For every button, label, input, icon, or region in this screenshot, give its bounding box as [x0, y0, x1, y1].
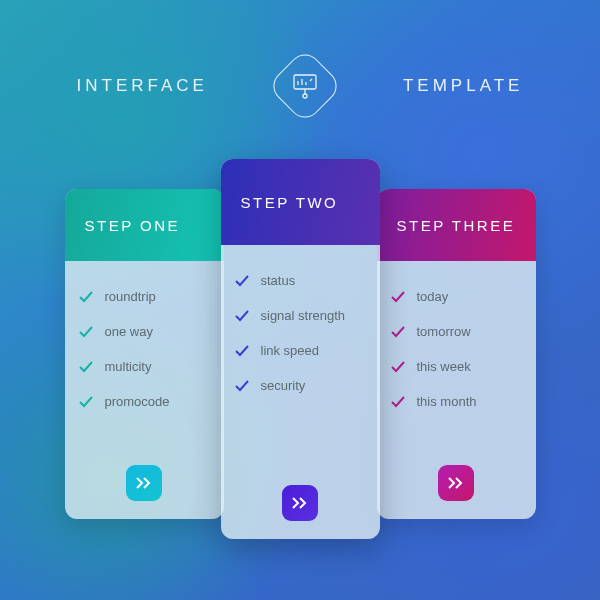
- list-item[interactable]: signal strength: [235, 298, 366, 333]
- double-chevron-right-icon: [291, 496, 309, 510]
- card-title: STEP ONE: [65, 189, 224, 261]
- card-items: roundtrip one way multicity promocode: [65, 261, 224, 449]
- card-row: STEP ONE roundtrip one way multicity pro…: [0, 159, 600, 539]
- next-button[interactable]: [282, 485, 318, 521]
- card-footer: [65, 449, 224, 519]
- list-item[interactable]: multicity: [79, 349, 210, 384]
- header-left-word: INTERFACE: [77, 76, 208, 96]
- item-label: roundtrip: [105, 289, 156, 304]
- item-label: this month: [417, 394, 477, 409]
- list-item[interactable]: this month: [391, 384, 522, 419]
- header: INTERFACE TEMPLATE: [0, 0, 600, 123]
- next-button[interactable]: [438, 465, 474, 501]
- card-title: STEP TWO: [221, 159, 380, 245]
- svg-point-6: [303, 94, 307, 98]
- item-label: this week: [417, 359, 471, 374]
- card-items: today tomorrow this week this month: [377, 261, 536, 449]
- logo: [268, 48, 343, 123]
- card-footer: [377, 449, 536, 519]
- list-item[interactable]: one way: [79, 314, 210, 349]
- card-step-one: STEP ONE roundtrip one way multicity pro…: [65, 189, 224, 519]
- item-label: one way: [105, 324, 153, 339]
- card-title: STEP THREE: [377, 189, 536, 261]
- list-item[interactable]: promocode: [79, 384, 210, 419]
- list-item[interactable]: security: [235, 368, 366, 403]
- check-icon: [235, 344, 249, 358]
- double-chevron-right-icon: [135, 476, 153, 490]
- check-icon: [79, 290, 93, 304]
- list-item[interactable]: this week: [391, 349, 522, 384]
- item-label: security: [261, 378, 306, 393]
- item-label: multicity: [105, 359, 152, 374]
- card-items: status signal strength link speed securi…: [221, 245, 380, 469]
- check-icon: [79, 395, 93, 409]
- check-icon: [391, 360, 405, 374]
- item-label: today: [417, 289, 449, 304]
- card-footer: [221, 469, 380, 539]
- item-label: signal strength: [261, 308, 346, 323]
- item-label: link speed: [261, 343, 320, 358]
- header-right-word: TEMPLATE: [403, 76, 523, 96]
- item-label: promocode: [105, 394, 170, 409]
- item-label: tomorrow: [417, 324, 471, 339]
- check-icon: [235, 379, 249, 393]
- list-item[interactable]: link speed: [235, 333, 366, 368]
- svg-line-4: [310, 79, 312, 81]
- list-item[interactable]: tomorrow: [391, 314, 522, 349]
- double-chevron-right-icon: [447, 476, 465, 490]
- check-icon: [235, 309, 249, 323]
- check-icon: [391, 395, 405, 409]
- check-icon: [235, 274, 249, 288]
- list-item[interactable]: roundtrip: [79, 279, 210, 314]
- card-step-two: STEP TWO status signal strength link spe…: [221, 159, 380, 539]
- list-item[interactable]: status: [235, 263, 366, 298]
- item-label: status: [261, 273, 296, 288]
- check-icon: [79, 360, 93, 374]
- check-icon: [79, 325, 93, 339]
- list-item[interactable]: today: [391, 279, 522, 314]
- presentation-icon: [291, 73, 319, 99]
- next-button[interactable]: [126, 465, 162, 501]
- card-step-three: STEP THREE today tomorrow this week this…: [377, 189, 536, 519]
- check-icon: [391, 325, 405, 339]
- check-icon: [391, 290, 405, 304]
